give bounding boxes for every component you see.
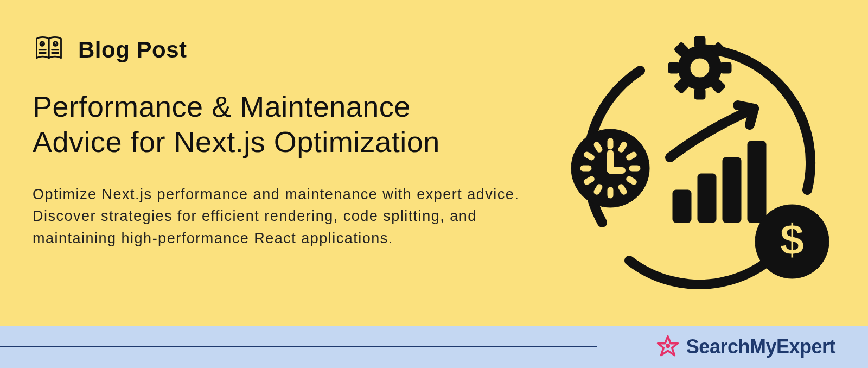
svg-rect-20 (629, 165, 641, 172)
svg-rect-8 (694, 36, 705, 47)
svg-rect-32 (698, 174, 716, 223)
clock-icon (571, 129, 649, 207)
svg-rect-17 (607, 138, 614, 150)
svg-rect-33 (723, 157, 741, 223)
dollar-coin-icon: $ (755, 205, 829, 278)
content-column: Blog Post Performance & Maintenance Advi… (33, 33, 537, 249)
svg-rect-18 (607, 187, 614, 199)
svg-rect-11 (720, 62, 731, 73)
star-icon (656, 335, 680, 359)
svg-point-7 (690, 58, 710, 78)
svg-rect-34 (748, 141, 766, 223)
svg-text:$: $ (780, 215, 805, 264)
svg-rect-10 (668, 62, 679, 73)
svg-point-37 (666, 344, 670, 348)
bar-chart-icon (670, 105, 766, 223)
svg-rect-9 (694, 88, 705, 99)
brand-name: SearchMyExpert (686, 335, 835, 358)
svg-rect-31 (673, 190, 691, 223)
book-icon (33, 33, 65, 67)
footer-divider (0, 346, 597, 347)
title-line-1: Performance & Maintenance (33, 90, 411, 123)
brand-logo: SearchMyExpert (656, 326, 835, 368)
badge-label: Blog Post (78, 37, 187, 63)
svg-rect-19 (580, 165, 592, 172)
gear-icon (668, 36, 731, 99)
post-description: Optimize Next.js performance and mainten… (33, 183, 537, 250)
performance-cycle-illustration: $ (564, 27, 835, 299)
badge-row: Blog Post (33, 33, 537, 67)
title-line-2: Advice for Next.js Optimization (33, 125, 440, 158)
blog-card: Blog Post Performance & Maintenance Advi… (0, 0, 868, 368)
footer-bar: SearchMyExpert (0, 326, 868, 368)
post-title: Performance & Maintenance Advice for Nex… (33, 89, 537, 160)
